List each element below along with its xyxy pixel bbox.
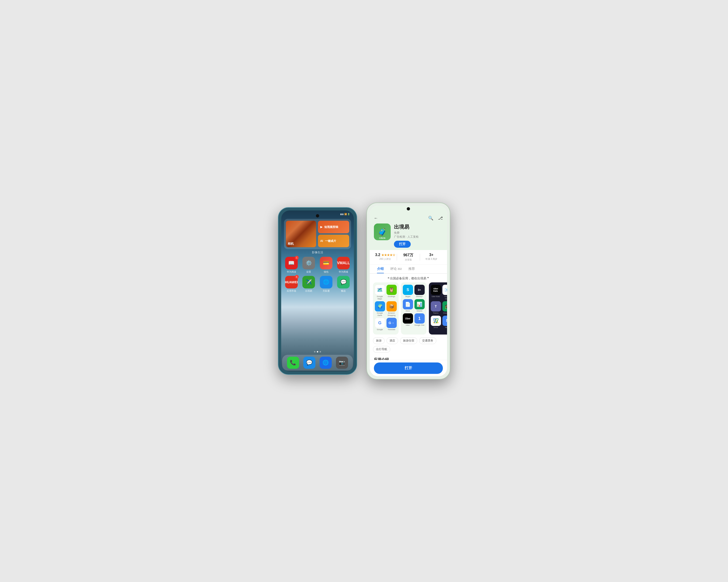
phone2: ← 🔍 ⎇ 🧳 出国必备 出境易 免费 广告检 — [366, 202, 450, 380]
grid-row-1-1: 🗺️ Google Maps 🦉 Duolingo — [375, 285, 397, 300]
icon-drive — [431, 316, 441, 326]
label-duolingo: Duolingo — [388, 296, 395, 298]
label-translate: Translate — [388, 329, 395, 331]
phone1-screen: ▮▮▮ 📶 🔋 相机 ▶ 短视频剪辑 AI — [281, 211, 354, 371]
app-disney[interactable]: D+ Disney+ — [414, 285, 425, 298]
icon-uber: Uber — [403, 313, 413, 324]
icon-news: N — [442, 316, 447, 326]
share-button[interactable]: ⎇ — [438, 216, 443, 221]
grid-row-1-2: 🌍 Google Earth 📦 Amazon Shopping — [375, 301, 397, 316]
tab-reviews[interactable]: 评论 302 — [387, 265, 405, 273]
tag-transport[interactable]: 交通票务 — [419, 337, 436, 344]
search-button[interactable]: 🔍 — [428, 216, 433, 221]
app-icon-vmall: VMALL — [337, 257, 350, 269]
page-dots — [281, 351, 354, 353]
app-ubereats[interactable]: UberEats Uber Eats — [431, 285, 441, 300]
app-news[interactable]: N News — [442, 316, 447, 329]
app-google[interactable]: G Google — [375, 318, 385, 331]
open-btn-bar: 打开 — [370, 360, 447, 376]
tag-travel[interactable]: 旅游 — [373, 337, 385, 344]
app-drive[interactable]: Drive — [431, 316, 441, 329]
label-gmail: Google Gmail — [442, 296, 447, 300]
app-name-market: 应用市场 — [287, 289, 296, 293]
dot-1 — [314, 351, 315, 353]
stat-age: 3+ 年满 3 周岁 — [420, 253, 443, 261]
app-quote: ❝ 出国必备应用，都在出境易 ❞ — [370, 274, 447, 282]
app-sheets[interactable]: 📊 Sheets — [414, 299, 425, 312]
icon-google: G — [375, 318, 385, 328]
app-docs[interactable]: 📄 Docs — [403, 299, 413, 312]
icon-sheets: 📊 — [414, 299, 425, 309]
app-gone[interactable]: 1 Google One — [414, 313, 425, 326]
tag-navigation[interactable]: 出行导航 — [373, 346, 390, 353]
label-gearth: Google Earth — [375, 312, 385, 316]
short-video-btn[interactable]: ▶ 短视频剪辑 — [318, 221, 349, 233]
phone1: ▮▮▮ 📶 🔋 相机 ▶ 短视频剪辑 AI — [278, 207, 357, 375]
icon-gmail: 📧 — [442, 285, 447, 295]
dot-2 — [317, 351, 318, 353]
app-name-settings: 设置 — [306, 270, 311, 274]
app-gearth[interactable]: 🌍 Google Earth — [375, 301, 385, 316]
app-huawei-reader[interactable]: 📖 1 华为阅读 — [284, 257, 299, 274]
app-settings[interactable]: ⚙️ 设置 — [301, 257, 316, 274]
app-info-text: 出境易 免费 广告检测 · 人工复检 打开 — [394, 223, 443, 248]
app-skype[interactable]: S Skype — [403, 285, 413, 298]
app-uber[interactable]: Uber Uber — [403, 313, 413, 326]
open-btn[interactable]: 打开 — [374, 362, 443, 374]
intro-title: 应用介绍 — [374, 357, 443, 360]
dock-phone[interactable]: 📞 — [287, 357, 299, 369]
one-click-btn[interactable]: AI 一键成片 — [318, 235, 349, 247]
phone2-screen: ← 🔍 ⎇ 🧳 出国必备 出境易 免费 广告检 — [370, 206, 447, 376]
icon-classroom: 🎓 — [442, 301, 447, 311]
grid-row-3-3: Drive N News — [431, 316, 447, 329]
phone1-content: 相机 ▶ 短视频剪辑 AI 一键成片 影像生活 — [281, 218, 354, 351]
stars-icon: ★★★★☆ — [381, 253, 395, 257]
tab-recommend[interactable]: 推荐 — [405, 265, 418, 273]
app-icon-wallet: 💳 — [320, 257, 333, 269]
label-ubereats: Uber Eats — [432, 296, 440, 298]
app-grid-row1: 📖 1 华为阅读 ⚙️ 设置 💳 钱包 VMALL — [284, 257, 351, 274]
tag-hotel[interactable]: 酒店 — [387, 337, 398, 344]
app-amazon[interactable]: 📦 Amazon Shopping — [387, 301, 397, 316]
back-button[interactable]: ← — [374, 216, 378, 221]
badge-market: 1 — [295, 275, 298, 279]
app-market[interactable]: HUAWEI 1 应用市场 — [284, 276, 299, 293]
app-changlian[interactable]: 💬 畅连 — [336, 276, 351, 293]
grid-row-3-2: T Teams 🎓 Classroom — [431, 301, 447, 314]
grid-row-2-3: Uber Uber 1 Google One — [403, 313, 425, 326]
label-uber: Uber — [406, 324, 410, 326]
app-icon-changlian: 💬 — [337, 276, 350, 288]
age-label: 年满 3 周岁 — [420, 257, 443, 261]
store-grid-col2: S Skype D+ Disney+ 📄 Docs — [401, 282, 426, 335]
app-chujingyi[interactable]: ✈️ 出境易 — [301, 276, 316, 293]
open-app-btn-top[interactable]: 打开 — [394, 241, 411, 248]
app-tianjitong[interactable]: 🌐 天际通 — [319, 276, 334, 293]
app-name-tianjitong: 天际通 — [323, 289, 330, 293]
icon-amazon: 📦 — [387, 301, 397, 311]
label-news: News — [445, 326, 447, 329]
dock-browser[interactable]: 🌐 — [320, 357, 332, 369]
app-gmaps[interactable]: 🗺️ Google Maps — [375, 285, 385, 300]
app-wallet[interactable]: 💳 钱包 — [319, 257, 334, 274]
installs-value: 967万 — [397, 253, 420, 258]
short-video-label: 短视频剪辑 — [324, 225, 338, 229]
camera-widget[interactable]: 相机 ▶ 短视频剪辑 AI 一键成片 — [284, 219, 351, 249]
dock-camera[interactable]: 📷 — [336, 357, 348, 369]
app-duolingo[interactable]: 🦉 Duolingo — [387, 285, 397, 300]
tags-row: 旅游 酒店 旅游住宿 交通票务 出行导航 — [370, 335, 447, 356]
app-scroll-content: ❝ 出国必备应用，都在出境易 ❞ 🗺️ Google Maps 🦉 D — [370, 274, 447, 360]
app-teams[interactable]: T Teams — [431, 301, 441, 314]
tag-accommodation[interactable]: 旅游住宿 — [400, 337, 417, 344]
app-translate[interactable]: G→ Translate — [387, 318, 397, 331]
label-sheets: Sheets — [417, 310, 422, 312]
label-skype: Skype — [405, 296, 410, 298]
app-icon-chujingyi: ✈️ — [303, 276, 315, 288]
app-vmall[interactable]: VMALL 华为商城 — [336, 257, 351, 274]
dock-messages[interactable]: 💬 — [303, 357, 315, 369]
badge-reader: 1 — [295, 256, 298, 259]
app-classroom[interactable]: 🎓 Classroom — [442, 301, 447, 314]
icon-teams: T — [431, 301, 441, 311]
signal-icons: ▮▮▮ 📶 🔋 — [340, 213, 350, 215]
app-gmail[interactable]: 📧 Google Gmail — [442, 285, 447, 300]
tab-intro[interactable]: 介绍 — [374, 265, 387, 273]
